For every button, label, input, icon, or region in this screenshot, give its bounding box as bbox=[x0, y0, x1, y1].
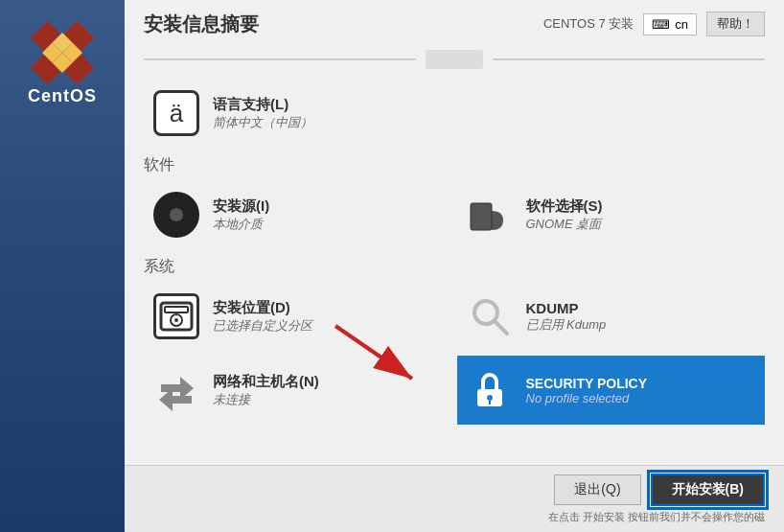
localization-section: ä 语言支持(L) 简体中文（中国） bbox=[144, 79, 765, 148]
language-item[interactable]: ä 语言支持(L) 简体中文（中国） bbox=[144, 79, 765, 148]
network-item[interactable]: 网络和主机名(N) 未连接 bbox=[144, 356, 452, 425]
security-item-text: SECURITY POLICY No profile selected bbox=[526, 376, 648, 405]
brand-name: CentOS bbox=[28, 86, 97, 106]
location-item[interactable]: 安装位置(D) 已选择自定义分区 bbox=[144, 282, 452, 351]
software-name: 软件选择(S) bbox=[526, 197, 603, 216]
dvd-icon bbox=[153, 192, 199, 238]
hdd-icon bbox=[153, 293, 199, 339]
source-item-text: 安装源(I) 本地介质 bbox=[213, 197, 269, 233]
footer-note: 在点击 开始安装 按钮前我们并不会操作您的磁 bbox=[144, 510, 765, 524]
lang-value: cn bbox=[675, 17, 688, 32]
kdump-name: KDUMP bbox=[526, 300, 607, 316]
svg-rect-9 bbox=[471, 203, 492, 230]
source-icon-wrapper bbox=[151, 190, 201, 240]
help-button[interactable]: 帮助！ bbox=[706, 12, 765, 36]
software-sub: GNOME 桌面 bbox=[526, 216, 603, 233]
network-sub: 未连接 bbox=[213, 391, 319, 408]
location-name: 安装位置(D) bbox=[213, 299, 312, 317]
kdump-item-text: KDUMP 已启用 Kdump bbox=[526, 300, 607, 334]
location-icon-wrapper bbox=[151, 291, 201, 341]
security-icon-wrapper bbox=[465, 365, 515, 415]
arrows-icon bbox=[153, 367, 199, 413]
quit-button[interactable]: 退出(Q) bbox=[554, 474, 640, 505]
lang-icon-box: ä bbox=[153, 90, 199, 136]
svg-point-20 bbox=[487, 395, 493, 401]
lock-icon bbox=[467, 367, 513, 413]
security-sub: No profile selected bbox=[526, 391, 648, 405]
svg-line-16 bbox=[495, 321, 507, 334]
svg-point-14 bbox=[174, 318, 178, 322]
search-icon bbox=[467, 293, 513, 339]
software-item[interactable]: 软件选择(S) GNOME 桌面 bbox=[457, 180, 766, 249]
language-sub: 简体中文（中国） bbox=[213, 114, 312, 131]
header-right: CENTOS 7 安装 ⌨ cn 帮助！ bbox=[543, 12, 765, 36]
keyboard-icon: ⌨ bbox=[652, 17, 670, 32]
language-name: 语言支持(L) bbox=[213, 96, 312, 114]
network-item-text: 网络和主机名(N) 未连接 bbox=[213, 373, 319, 408]
svg-rect-12 bbox=[165, 307, 188, 312]
security-name: SECURITY POLICY bbox=[526, 376, 648, 391]
sidebar: CentOS bbox=[0, 0, 125, 532]
security-item[interactable]: SECURITY POLICY No profile selected bbox=[457, 356, 766, 425]
divider-line bbox=[144, 58, 416, 60]
software-grid: 安装源(I) 本地介质 软件选择(S) GNOME 桌 bbox=[144, 180, 765, 249]
source-sub: 本地介质 bbox=[213, 216, 269, 233]
software-icon-wrapper bbox=[465, 190, 515, 240]
network-name: 网络和主机名(N) bbox=[213, 373, 319, 391]
top-divider bbox=[144, 45, 765, 74]
centos-logo-icon bbox=[29, 19, 96, 86]
bottom-bar: 退出(Q) 开始安装(B) 在点击 开始安装 按钮前我们并不会操作您的磁 bbox=[125, 465, 784, 532]
kdump-item[interactable]: KDUMP 已启用 Kdump bbox=[457, 282, 766, 351]
scroll-indicator bbox=[426, 50, 483, 69]
language-item-text: 语言支持(L) 简体中文（中国） bbox=[213, 96, 312, 131]
source-name: 安装源(I) bbox=[213, 197, 269, 216]
system-grid: 安装位置(D) 已选择自定义分区 KDUMP 已启用 Kdump bbox=[144, 282, 765, 425]
source-item[interactable]: 安装源(I) 本地介质 bbox=[144, 180, 452, 249]
location-sub: 已选择自定义分区 bbox=[213, 317, 312, 335]
system-section-label: 系统 bbox=[144, 257, 765, 277]
software-section-label: 软件 bbox=[144, 155, 765, 175]
network-icon-wrapper bbox=[151, 365, 201, 415]
start-install-button[interactable]: 开始安装(B) bbox=[651, 474, 765, 506]
language-icon: ä bbox=[151, 88, 201, 138]
kdump-icon-wrapper bbox=[465, 291, 515, 341]
header: 安装信息摘要 CENTOS 7 安装 ⌨ cn 帮助！ bbox=[125, 0, 784, 45]
divider-line-2 bbox=[493, 58, 765, 60]
location-item-text: 安装位置(D) 已选择自定义分区 bbox=[213, 299, 312, 335]
language-selector[interactable]: ⌨ cn bbox=[643, 13, 697, 35]
scroll-area: ä 语言支持(L) 简体中文（中国） 软件 安装源(I) 本地介质 bbox=[125, 45, 784, 465]
page-title: 安装信息摘要 bbox=[144, 12, 259, 37]
main-panel: 安装信息摘要 CENTOS 7 安装 ⌨ cn 帮助！ ä bbox=[125, 0, 784, 532]
puzzle-icon bbox=[467, 192, 513, 238]
version-label: CENTOS 7 安装 bbox=[543, 15, 634, 33]
kdump-sub: 已启用 Kdump bbox=[526, 316, 607, 334]
software-item-text: 软件选择(S) GNOME 桌面 bbox=[526, 197, 603, 233]
action-buttons: 退出(Q) 开始安装(B) bbox=[554, 474, 765, 506]
